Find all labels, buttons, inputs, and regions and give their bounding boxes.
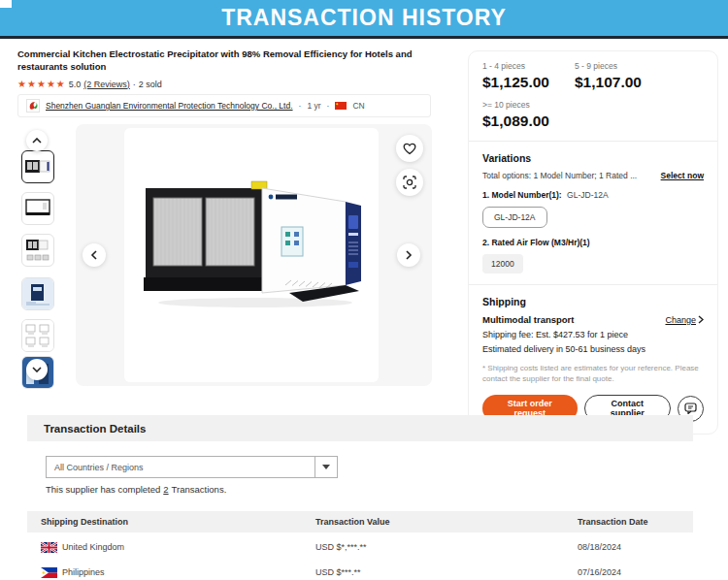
table-row: United Kingdom USD $*,***.** 08/18/2024 [27,534,693,560]
header-shipping-destination: Shipping Destination [27,517,315,527]
divider [469,141,717,142]
destination-name: Philippines [62,567,105,577]
airflow-label: 2. Rated Air Flow (M3/Hr)(1) [482,238,704,247]
supplier-country: CN [352,101,364,111]
chevron-down-icon [32,367,42,372]
thumbnail-5-image [22,320,53,351]
transaction-count: 2 [163,484,168,495]
date-cell: 08/18/2024 [578,542,693,552]
reviews-link[interactable]: (2 Reviews) [83,80,130,89]
country-filter-dropdown[interactable]: All Countries / Regions [46,456,338,478]
dropdown-arrow-box[interactable] [314,457,337,477]
product-title: Commercial Kitchen Electrostatic Precipi… [17,48,454,73]
chevron-right-icon [698,315,704,324]
divider [469,284,717,285]
header-transaction-value: Transaction Value [315,517,578,527]
destination-name: United Kingdom [62,542,124,552]
select-now-link[interactable]: Select now [661,171,704,180]
supplier-bar: Shenzhen Guanglan Environmental Protecti… [17,94,431,117]
tier-qty: 1 - 4 pieces [482,61,549,71]
destination-cell: United Kingdom [27,542,315,553]
model-number-line: 1. Model Number(1): GL-JD-12A [482,190,704,200]
tier-price: $1,107.00 [575,74,642,91]
gallery-next-button[interactable] [397,243,420,267]
thumbnail-3-image [22,235,53,266]
thumbnail-4-image [22,278,53,309]
dot-separator: · [327,101,330,111]
supplier-years: 1 yr [307,101,320,111]
table-row: Philippines USD $***.** 07/16/2024 [27,560,693,580]
sold-count: 2 sold [139,80,162,89]
thumbnail-2[interactable] [21,192,54,225]
price-tier-1: 1 - 4 pieces $1,125.00 [482,61,549,91]
tier-qty: 5 - 9 pieces [575,61,642,71]
country-filter-value: All Countries / Regions [47,457,314,477]
transaction-history-banner: TRANSACTION HISTORY [0,0,728,39]
header-transaction-date: Transaction Date [578,517,693,527]
product-illustration [144,173,367,313]
tier-price: $1,089.00 [482,113,704,130]
date-cell: 07/16/2024 [578,567,693,577]
thumbnails-scroll-up-button[interactable] [26,130,48,151]
thumbnails-scroll-down-button[interactable] [26,359,48,380]
banner-title: TRANSACTION HISTORY [221,5,507,31]
message-icon [684,403,697,414]
uk-flag-icon [41,542,57,553]
image-search-button[interactable] [396,169,423,196]
model-number-label: 1. Model Number(1): [482,190,562,200]
price-tier-row: 1 - 4 pieces $1,125.00 5 - 9 pieces $1,1… [482,61,704,91]
thumbnail-1[interactable] [21,150,54,183]
thumbnail-4[interactable] [21,277,54,310]
favorite-button[interactable] [396,135,423,162]
variations-summary-row: Total options: 1 Model Number; 1 Rated .… [482,171,704,180]
banner-corner-notch [0,0,12,8]
chevron-up-icon [32,138,42,144]
cn-flag-icon [335,102,347,110]
thumbnail-2-image [22,193,53,224]
variations-summary: Total options: 1 Model Number; 1 Rated .… [482,171,637,180]
tier-price: $1,125.00 [482,74,549,91]
thumbnail-3[interactable] [21,234,54,267]
ph-flag-icon [41,567,57,578]
summary-prefix: This supplier has completed [46,484,160,495]
transactions-table-header: Shipping Destination Transaction Value T… [27,511,693,532]
shipping-method-row: Multimodal transport Change [482,314,704,325]
supplier-logo [26,99,40,113]
gallery-prev-button[interactable] [83,243,106,267]
offer-panel: 1 - 4 pieces $1,125.00 5 - 9 pieces $1,1… [468,50,718,435]
model-number-value: GL-JD-12A [567,190,609,200]
heart-icon [403,143,416,155]
lens-icon [403,176,416,189]
rating-score: 5.0 [69,80,82,89]
change-label: Change [665,315,696,325]
shipping-method: Multimodal transport [482,314,574,325]
supplier-link[interactable]: Shenzhen Guanglan Environmental Protecti… [46,101,293,111]
thumbnail-1-image [22,151,53,182]
chevron-right-icon [405,250,413,260]
price-tier-3: >= 10 pieces $1,089.00 [482,100,704,130]
summary-suffix: Transactions. [172,484,227,495]
airflow-option[interactable]: 12000 [482,254,523,274]
thumbnail-5[interactable] [21,319,54,352]
value-cell: USD $***.** [315,567,578,577]
dot-separator: · [133,80,136,89]
transaction-details-heading: Transaction Details [44,423,146,435]
star-rating-icon: ★★★★★ [17,79,66,89]
tier-qty: >= 10 pieces [482,100,704,110]
dot-separator: · [299,101,302,111]
shipping-heading: Shipping [482,296,704,307]
shipping-note: * Shipping costs listed are estimates fo… [482,363,704,384]
delivery-estimate: Estimated delivery in 50-61 business day… [482,344,704,354]
price-tier-2: 5 - 9 pieces $1,107.00 [575,61,642,91]
model-number-option[interactable]: GL-JD-12A [482,207,547,228]
destination-cell: Philippines [27,567,315,578]
transaction-details-bar: Transaction Details [27,415,693,441]
caret-down-icon [322,465,330,469]
transaction-summary: This supplier has completed2Transactions… [46,484,226,495]
shipping-fee: Shipping fee: Est. $427.53 for 1 piece [482,330,704,339]
variations-heading: Variations [482,152,704,164]
change-shipping-link[interactable]: Change [665,315,704,325]
chevron-left-icon [90,250,98,260]
rating-row: ★★★★★ 5.0 (2 Reviews) · 2 sold [17,79,162,89]
value-cell: USD $*,***.** [315,542,578,552]
